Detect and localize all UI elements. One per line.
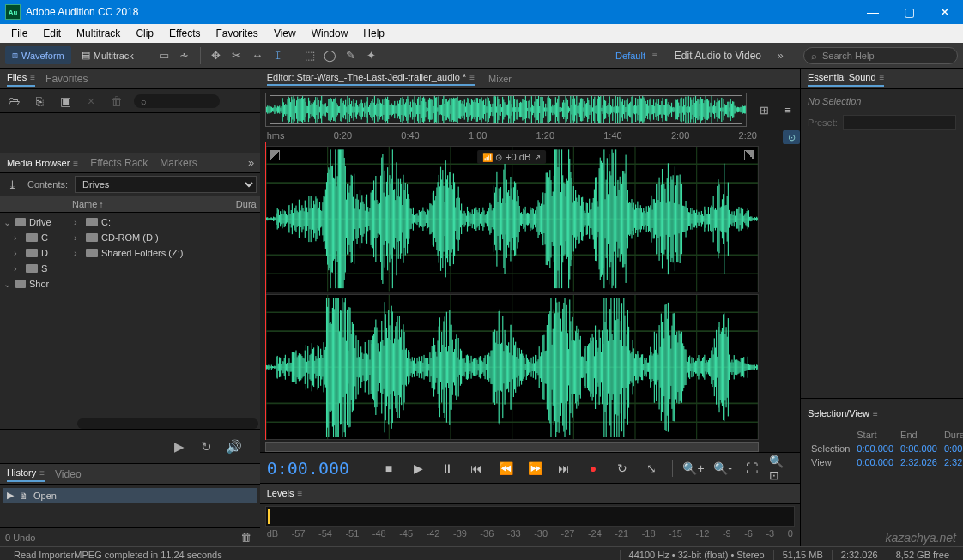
marquee-tool-icon[interactable]: ⬚: [301, 47, 318, 64]
tree-item[interactable]: ›C: [0, 230, 70, 245]
zoom-scrollbar[interactable]: [265, 442, 759, 452]
tab-levels[interactable]: Levels≡: [267, 487, 303, 501]
tab-mixer[interactable]: Mixer: [488, 74, 512, 84]
navigator-icon[interactable]: ⊞: [755, 101, 772, 118]
stop-button[interactable]: ■: [377, 458, 401, 479]
zoom-out-button[interactable]: 🔍-: [711, 458, 735, 479]
pitch-toggle-icon[interactable]: ⩪: [176, 47, 193, 64]
workspace-default[interactable]: Default≡: [609, 47, 664, 64]
preview-autoplay-icon[interactable]: 🔊: [226, 438, 243, 455]
heal-tool-icon[interactable]: ✦: [363, 47, 380, 64]
play-button[interactable]: ▶: [406, 458, 430, 479]
search-help-input[interactable]: ⌕Search Help: [803, 47, 958, 64]
download-icon[interactable]: ⤓: [3, 176, 21, 193]
tab-essential-sound[interactable]: Essential Sound≡: [808, 71, 884, 87]
svg-rect-1352: [604, 322, 605, 412]
record-button[interactable]: ●: [581, 458, 605, 479]
files-search-input[interactable]: ⌕: [134, 94, 220, 108]
zoom-full-button[interactable]: ⛶: [740, 458, 764, 479]
panel-overflow-icon[interactable]: »: [243, 154, 260, 172]
skip-selection-button[interactable]: ⤡: [639, 458, 663, 479]
multitrack-mode-button[interactable]: ▤Multitrack: [75, 46, 141, 64]
history-item[interactable]: ▶🗎Open: [3, 488, 257, 503]
brush-tool-icon[interactable]: ✎: [342, 47, 360, 64]
minimize-button[interactable]: —: [855, 0, 891, 24]
loop-button[interactable]: ↻: [610, 458, 634, 479]
tab-history[interactable]: History≡: [7, 467, 45, 482]
workspace-edit-audio-to-video[interactable]: Edit Audio to Video: [668, 46, 768, 65]
move-tool-icon[interactable]: ✥: [208, 47, 225, 64]
channel-corner-tr-icon[interactable]: [744, 150, 754, 160]
waveform-display[interactable]: 📶 ⊙ +0 dB ↗ dB-3-6-12-∞-12-6-3dB L dB-3-…: [265, 146, 759, 440]
waveform-mode-button[interactable]: ⧈Waveform: [5, 46, 71, 64]
trash-icon[interactable]: 🗑: [108, 93, 125, 110]
tab-selection-view[interactable]: Selection/View≡: [808, 407, 878, 421]
slip-tool-icon[interactable]: ↔: [249, 47, 266, 64]
preset-dropdown[interactable]: [843, 115, 956, 130]
playhead[interactable]: [265, 142, 266, 440]
tree-item[interactable]: ›CD-ROM (D:): [70, 230, 260, 245]
tree-item[interactable]: ›C:: [70, 214, 260, 230]
insert-icon[interactable]: ▣: [57, 93, 74, 110]
tab-editor-file[interactable]: Editor: Star-Wars_-The-Last-Jedi-trailer…: [267, 72, 475, 86]
svg-rect-725: [494, 186, 494, 252]
waveform-overview[interactable]: [265, 93, 747, 127]
tree-item[interactable]: ⌄Shor: [0, 276, 70, 292]
zoom-in-button[interactable]: 🔍+: [681, 458, 706, 479]
workspace-overflow-icon[interactable]: »: [772, 47, 789, 64]
menu-effects[interactable]: Effects: [161, 24, 208, 43]
tab-files[interactable]: Files≡: [7, 71, 35, 87]
menu-window[interactable]: Window: [304, 24, 356, 43]
preview-loop-icon[interactable]: ↻: [198, 438, 215, 455]
list-icon[interactable]: ≡: [779, 101, 796, 118]
tree-item[interactable]: ›Shared Folders (Z:): [70, 245, 260, 261]
timecode-display[interactable]: 0:00.000: [267, 458, 349, 479]
menu-view[interactable]: View: [266, 24, 304, 43]
tab-markers[interactable]: Markers: [160, 157, 197, 169]
import-icon[interactable]: ⎘: [31, 93, 48, 110]
menu-help[interactable]: Help: [355, 24, 392, 43]
close-file-icon[interactable]: ×: [82, 93, 100, 110]
rewind-button[interactable]: ⏪: [494, 458, 518, 479]
pin-channel-icon[interactable]: ⊙: [783, 130, 800, 144]
maximize-button[interactable]: ▢: [891, 0, 927, 24]
tree-item[interactable]: ⌄Drive: [0, 214, 70, 230]
tab-media-browser[interactable]: Media Browser≡: [7, 157, 78, 169]
sort-asc-icon[interactable]: ↑: [99, 199, 104, 209]
svg-rect-826: [592, 198, 593, 240]
menu-edit[interactable]: Edit: [35, 24, 69, 43]
channel-corner-tl-icon[interactable]: [270, 150, 280, 160]
menu-multitrack[interactable]: Multitrack: [69, 24, 128, 43]
svg-rect-971: [736, 210, 736, 227]
horizontal-scrollbar[interactable]: [77, 418, 258, 429]
zoom-selection-button[interactable]: 🔍⊡: [769, 458, 793, 479]
close-button[interactable]: ✕: [927, 0, 963, 24]
lasso-tool-icon[interactable]: ◯: [322, 47, 339, 64]
tree-item[interactable]: ›D: [0, 245, 70, 261]
menu-clip[interactable]: Clip: [128, 24, 161, 43]
go-start-button[interactable]: ⏮: [464, 458, 488, 479]
time-ruler[interactable]: hms0:200:401:001:201:402:002:20: [265, 130, 759, 146]
tab-effects-rack[interactable]: Effects Rack: [90, 157, 148, 169]
history-trash-icon[interactable]: 🗑: [238, 529, 255, 546]
razor-tool-icon[interactable]: ✂: [228, 47, 245, 64]
volume-hud[interactable]: 📶 ⊙ +0 dB ↗: [477, 150, 546, 164]
channel-right[interactable]: dB-3-6-12-∞-12-6-3dB R: [265, 294, 759, 441]
open-file-icon[interactable]: 🗁: [5, 93, 22, 110]
menu-favorites[interactable]: Favorites: [209, 24, 266, 43]
tab-favorites[interactable]: Favorites: [45, 73, 88, 85]
preview-play-icon[interactable]: ▶: [171, 438, 188, 455]
svg-rect-798: [565, 196, 566, 241]
time-select-tool-icon[interactable]: 𝙸: [270, 47, 287, 64]
tab-video[interactable]: Video: [55, 468, 81, 480]
svg-rect-1430: [681, 331, 682, 402]
contents-dropdown[interactable]: Drives: [75, 176, 257, 193]
channel-left[interactable]: 📶 ⊙ +0 dB ↗ dB-3-6-12-∞-12-6-3dB L: [265, 146, 759, 292]
spectral-toggle-icon[interactable]: ▭: [155, 47, 173, 64]
svg-rect-846: [612, 153, 613, 286]
menu-file[interactable]: File: [3, 24, 35, 43]
pause-button[interactable]: ⏸: [435, 458, 459, 479]
tree-item[interactable]: ›S: [0, 261, 70, 276]
go-end-button[interactable]: ⏭: [552, 458, 576, 479]
forward-button[interactable]: ⏩: [523, 458, 547, 479]
